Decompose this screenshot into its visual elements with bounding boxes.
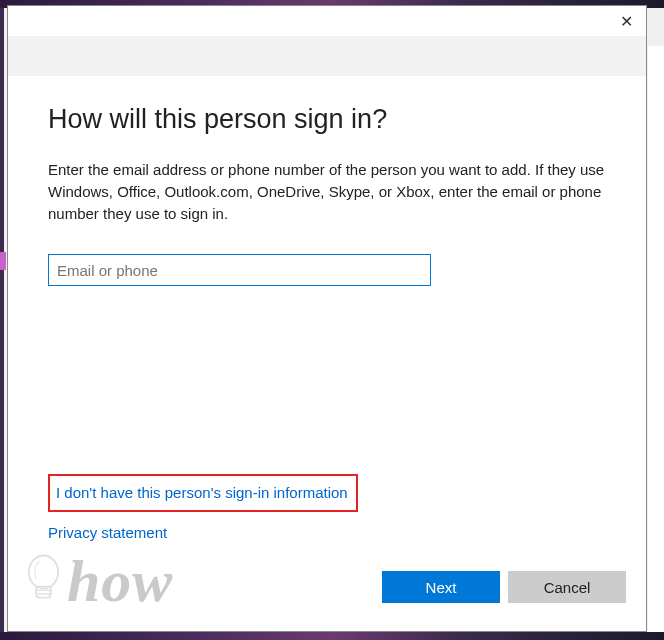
window-bottom-border xyxy=(0,632,664,640)
no-signin-info-link[interactable]: I don't have this person's sign-in infor… xyxy=(56,484,348,501)
window-left-border xyxy=(0,8,4,632)
dialog-header-band xyxy=(8,36,646,76)
bottom-links: I don't have this person's sign-in infor… xyxy=(48,474,358,541)
close-button[interactable]: ✕ xyxy=(606,6,646,36)
accent-stripe xyxy=(0,252,6,270)
close-icon: ✕ xyxy=(620,12,633,31)
dialog-title: How will this person sign in? xyxy=(48,104,606,135)
svg-point-0 xyxy=(29,556,58,589)
background-right-strip xyxy=(648,46,664,632)
next-button[interactable]: Next xyxy=(382,571,500,603)
watermark: how xyxy=(16,550,173,605)
cancel-button[interactable]: Cancel xyxy=(508,571,626,603)
signin-dialog: ✕ How will this person sign in? Enter th… xyxy=(7,5,647,632)
privacy-statement-link[interactable]: Privacy statement xyxy=(48,524,358,541)
watermark-text: how xyxy=(67,557,173,605)
dialog-description: Enter the email address or phone number … xyxy=(48,159,606,224)
highlight-annotation: I don't have this person's sign-in infor… xyxy=(48,474,358,512)
email-phone-input[interactable] xyxy=(48,254,431,286)
lightbulb-icon xyxy=(16,550,71,605)
dialog-footer: Next Cancel xyxy=(382,571,626,603)
titlebar: ✕ xyxy=(8,6,646,36)
dialog-content: How will this person sign in? Enter the … xyxy=(8,104,646,286)
